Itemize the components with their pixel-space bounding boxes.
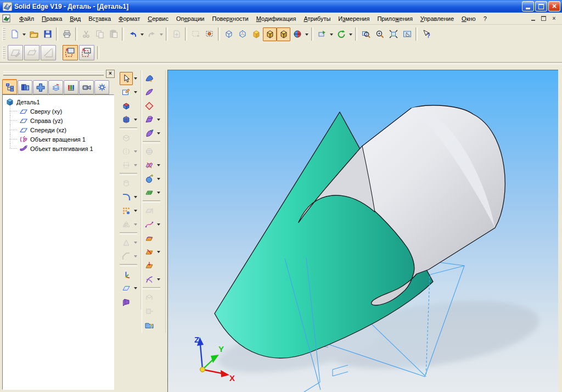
panel-grip[interactable] <box>3 71 104 75</box>
pan-view-button[interactable] <box>400 27 414 41</box>
menu-управление[interactable]: Управление <box>417 14 458 24</box>
reposition-profile-button[interactable] <box>63 45 79 60</box>
revolved-surface-button[interactable] <box>143 126 161 140</box>
chevron-down-icon[interactable] <box>348 27 353 41</box>
chevron-down-icon[interactable] <box>133 285 138 291</box>
derived-curve-button[interactable] <box>143 231 156 245</box>
menu-сервис[interactable]: Сервис <box>144 14 172 24</box>
tab-playback[interactable] <box>79 80 94 94</box>
menu-окно[interactable]: Окно <box>458 14 480 24</box>
menu-вид[interactable]: Вид <box>66 14 85 24</box>
toolbar-grip[interactable] <box>2 46 5 59</box>
title-bar[interactable]: Solid Edge V19 - Деталь - [Деталь1] ✕ <box>0 0 562 13</box>
modeling-viewport[interactable]: Z Y X <box>167 70 558 392</box>
swept-surface-button[interactable] <box>143 85 156 99</box>
tab-layers[interactable] <box>48 80 63 94</box>
shaded-view-button[interactable] <box>249 27 263 41</box>
chevron-down-icon[interactable] <box>159 27 164 41</box>
swept-cutout-button[interactable] <box>120 158 138 172</box>
chevron-down-icon[interactable] <box>156 221 161 227</box>
undo-button[interactable] <box>126 27 145 41</box>
chevron-down-icon[interactable] <box>133 239 138 245</box>
select-visible-button[interactable] <box>203 27 216 41</box>
revolved-cutout-button[interactable] <box>120 144 138 158</box>
offset-surface-button[interactable] <box>143 158 161 172</box>
extend-surface-button[interactable] <box>143 304 156 318</box>
project-curve-button[interactable] <box>143 259 156 272</box>
mirror-copy-button[interactable] <box>120 217 138 231</box>
control-point-surface-button[interactable] <box>143 172 161 186</box>
minimize-button[interactable] <box>522 1 534 12</box>
tree-item[interactable]: Деталь1 <box>3 97 114 107</box>
pattern-button[interactable] <box>120 204 138 217</box>
save-button[interactable] <box>41 27 54 41</box>
tab-family-of-parts[interactable] <box>33 80 48 94</box>
paste-button[interactable] <box>106 27 120 41</box>
woven-surface-button[interactable] <box>143 186 161 199</box>
hidden-edges-view-button[interactable] <box>235 27 249 41</box>
chevron-down-icon[interactable] <box>156 162 161 168</box>
print-button[interactable] <box>60 27 74 41</box>
chevron-down-icon[interactable] <box>156 116 161 122</box>
chevron-down-icon[interactable] <box>156 249 161 255</box>
chevron-down-icon[interactable] <box>156 276 161 282</box>
tree-item[interactable]: Спереди (xz) <box>3 125 114 135</box>
menu-поверхности[interactable]: Поверхности <box>208 14 252 24</box>
protrusion-button[interactable] <box>120 99 133 113</box>
tree-item[interactable]: Сверху (xy) <box>3 107 114 116</box>
chevron-down-icon[interactable] <box>133 116 138 122</box>
menu-файл[interactable]: Файл <box>15 14 38 24</box>
chevron-down-icon[interactable] <box>21 27 27 41</box>
tab-feature-tree[interactable] <box>2 79 17 94</box>
restore-button[interactable] <box>535 1 547 12</box>
chevron-down-icon[interactable] <box>133 253 138 259</box>
reposition-sketch-button[interactable] <box>79 45 95 60</box>
select-fence-button[interactable] <box>189 27 203 41</box>
sketch-step-plane-button[interactable] <box>24 45 41 60</box>
trim-surface-button[interactable] <box>143 290 156 304</box>
close-button[interactable]: ✕ <box>548 1 560 12</box>
stitched-surface-button[interactable] <box>143 204 156 217</box>
revolved-protrusion-button[interactable] <box>120 113 138 126</box>
chevron-down-icon[interactable] <box>133 194 138 200</box>
view-config-button[interactable] <box>315 27 334 41</box>
sphere-surface-button[interactable] <box>143 144 156 158</box>
keypoint-curve-button[interactable] <box>143 217 161 231</box>
reference-plane-button[interactable] <box>120 281 138 295</box>
tab-sensors[interactable] <box>64 80 78 94</box>
open-button[interactable] <box>27 27 41 41</box>
menu-атрибуты[interactable]: Атрибуты <box>300 14 334 24</box>
chevron-down-icon[interactable] <box>329 27 334 41</box>
chevron-down-icon[interactable] <box>133 162 138 168</box>
extruded-surface-button[interactable] <box>143 113 161 126</box>
menu-вставка[interactable]: Вставка <box>85 14 115 24</box>
thin-region-button[interactable] <box>120 295 133 309</box>
menu-измерения[interactable]: Измерения <box>334 14 373 24</box>
tree-item[interactable]: Объект вращения 1 <box>3 135 114 144</box>
chevron-down-icon[interactable] <box>156 176 161 182</box>
round-button[interactable] <box>120 190 138 204</box>
chevron-down-icon[interactable] <box>304 27 310 41</box>
shaded-hidden-view-button[interactable] <box>277 27 290 41</box>
menu-?[interactable]: ? <box>480 14 491 24</box>
bluesurf-button[interactable] <box>143 71 156 85</box>
menu-модификация[interactable]: Модификация <box>252 14 300 24</box>
mdi-minimize-button[interactable] <box>529 14 538 23</box>
chevron-down-icon[interactable] <box>133 89 138 95</box>
tab-configurations[interactable] <box>94 80 109 94</box>
chevron-down-icon[interactable] <box>139 27 145 41</box>
zoom-button[interactable] <box>373 27 386 41</box>
mdi-close-button[interactable]: × <box>549 14 559 23</box>
tab-library[interactable] <box>18 80 32 94</box>
copy-button[interactable] <box>93 27 106 41</box>
zoom-area-button[interactable] <box>359 27 373 41</box>
chevron-down-icon[interactable] <box>133 208 138 214</box>
cutout-button[interactable] <box>120 131 133 144</box>
menu-приложения[interactable]: Приложения <box>373 14 416 24</box>
new-button[interactable] <box>8 27 27 41</box>
wireframe-view-button[interactable] <box>222 27 235 41</box>
document-system-icon[interactable] <box>2 14 12 23</box>
fit-view-button[interactable] <box>386 27 400 41</box>
surface-help-button[interactable]: ? <box>143 318 156 332</box>
insert-object-button[interactable] <box>170 27 183 41</box>
